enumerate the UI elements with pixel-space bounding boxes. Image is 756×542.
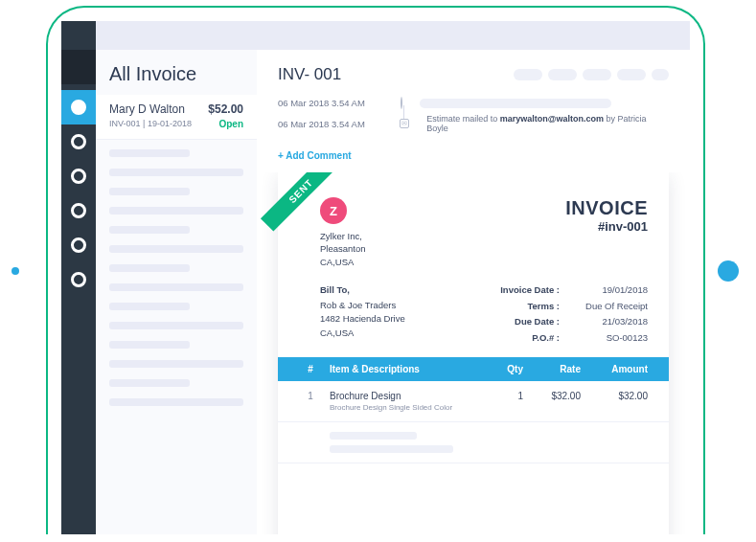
company-address: Zylker Inc, Pleasanton CA,USA [320, 230, 366, 268]
circle-icon [71, 237, 86, 253]
nav-item-invoices[interactable] [61, 90, 96, 124]
items-header-row: # Item & Descriptions Qty Rate Amount [278, 357, 669, 381]
doc-number: #inv-001 [565, 219, 648, 234]
invoice-status: Open [218, 119, 243, 129]
invoice-list-panel: All Invoice Mary D Walton $52.00 INV-001… [96, 21, 257, 534]
detail-title: INV- 001 [278, 65, 341, 84]
device-home-button[interactable] [718, 260, 739, 282]
invoice-meta: INV-001 | 19-01-2018 [109, 119, 192, 129]
company-avatar: Z [320, 197, 347, 224]
tablet-frame: All Invoice Mary D Walton $52.00 INV-001… [46, 6, 705, 534]
list-title: All Invoice [96, 50, 257, 95]
circle-icon [71, 272, 86, 287]
mail-icon: ✉ [400, 119, 409, 128]
detail-header-bar [257, 21, 690, 50]
invoice-amount: $52.00 [208, 102, 243, 116]
app-screen: All Invoice Mary D Walton $52.00 INV-001… [61, 21, 690, 534]
detail-actions [514, 69, 669, 80]
timeline-timestamp: 06 Mar 2018 3.54 AM [278, 98, 383, 108]
bill-to-block: Bill To, Rob & Joe Traders 1482 Hacienda… [320, 283, 405, 348]
action-pill[interactable] [617, 69, 646, 80]
action-pill[interactable] [583, 69, 611, 80]
nav-rail [61, 21, 96, 534]
device-camera-dot [11, 267, 19, 275]
invoice-list-item[interactable]: Mary D Walton $52.00 INV-001 | 19-01-201… [96, 95, 257, 140]
action-pill[interactable] [548, 69, 577, 80]
item-sub: Brochure Design Single Sided Color [330, 403, 475, 412]
add-comment-link[interactable]: + Add Comment [257, 147, 690, 172]
activity-timeline: 06 Mar 2018 3.54 AM 06 Mar 2018 3.54 AM … [257, 94, 690, 147]
circle-icon [71, 100, 86, 115]
items-row-ghost [278, 422, 669, 463]
detail-panel: INV- 001 06 Mar 2018 3.54 AM 06 Mar 2018… [257, 21, 690, 534]
circle-icon [71, 134, 86, 149]
nav-item-2[interactable] [61, 124, 96, 159]
timeline-timestamp: 06 Mar 2018 3.54 AM [278, 119, 382, 129]
doc-heading: INVOICE [565, 197, 648, 219]
timeline-entry: 06 Mar 2018 3.54 AM ✉ Estimate mailed to… [278, 114, 669, 133]
doc-meta-table: Invoice Date :19/01/2018 Terms :Due Of R… [487, 283, 648, 348]
invoice-customer: Mary D Walton [109, 102, 185, 116]
nav-item-4[interactable] [61, 193, 96, 228]
list-header-bar [96, 21, 257, 50]
nav-item-3[interactable] [61, 159, 96, 193]
timeline-ghost [420, 99, 611, 108]
timeline-text: Estimate mailed to marywalton@walton.com… [426, 114, 669, 133]
invoice-document: SENT Z Zylker Inc, Pleasanton CA,USA INV… [278, 172, 669, 534]
circle-icon [71, 169, 86, 184]
nav-logo-block [61, 50, 96, 84]
items-row: 1 Brochure Design Brochure Design Single… [278, 381, 669, 422]
action-pill[interactable] [652, 69, 669, 80]
item-name: Brochure Design [330, 391, 475, 401]
action-pill[interactable] [514, 69, 542, 80]
timeline-entry: 06 Mar 2018 3.54 AM [278, 98, 669, 108]
nav-item-6[interactable] [61, 262, 96, 297]
circle-icon [71, 203, 86, 218]
list-ghost [96, 140, 257, 427]
timeline-dot-icon [401, 97, 402, 109]
nav-item-5[interactable] [61, 228, 96, 262]
